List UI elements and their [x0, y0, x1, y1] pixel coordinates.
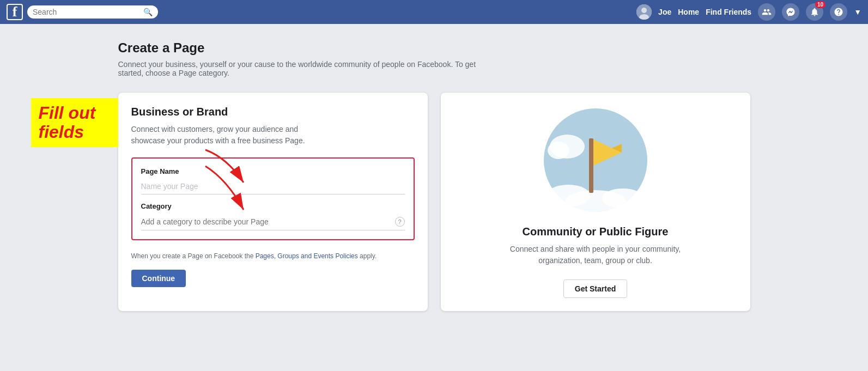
search-icon: 🔍	[143, 8, 153, 16]
page-name-group: Page Name	[141, 167, 405, 194]
annotation-text: Fill out fields	[39, 103, 96, 142]
navbar-right: Joe Home Find Friends 10 ▼	[636, 3, 861, 21]
cards-row: Fill out fields Business or Brand Connec…	[118, 93, 750, 311]
svg-point-1	[641, 8, 647, 13]
business-card-desc: Connect with customers, grow your audien…	[131, 124, 327, 147]
find-friends-link[interactable]: Find Friends	[706, 8, 751, 16]
community-card-desc: Connect and share with people in your co…	[508, 244, 683, 266]
page-content: Create a Page Connect your business, you…	[107, 24, 761, 327]
page-subtitle: Connect your business, yourself or your …	[118, 60, 500, 77]
svg-point-8	[566, 190, 626, 212]
category-input[interactable]	[141, 217, 395, 226]
policy-text: When you create a Page on Facebook the P…	[131, 251, 415, 261]
username-label[interactable]: Joe	[658, 8, 671, 16]
annotation-box: Fill out fields	[31, 98, 118, 147]
category-group: Category ?	[141, 202, 405, 230]
category-wrap: ?	[141, 214, 405, 230]
help-icon-btn[interactable]	[830, 3, 847, 21]
notification-badge: 10	[815, 1, 825, 8]
policy-text-2: apply.	[358, 252, 377, 260]
notifications-icon-btn[interactable]: 10	[806, 3, 823, 21]
form-section: Page Name Category ?	[131, 157, 415, 240]
svg-rect-9	[589, 138, 593, 193]
policy-link[interactable]: Pages, Groups and Events Policies	[256, 252, 358, 260]
community-card: Community or Public Figure Connect and s…	[441, 93, 750, 311]
avatar[interactable]	[636, 4, 652, 20]
page-title: Create a Page	[118, 40, 750, 56]
svg-point-13	[548, 142, 569, 159]
search-input[interactable]	[33, 8, 140, 16]
friends-icon-btn[interactable]	[758, 3, 775, 21]
get-started-button[interactable]: Get Started	[563, 279, 627, 298]
category-label: Category	[141, 202, 405, 210]
business-card-title: Business or Brand	[131, 106, 415, 118]
policy-text-1: When you create a Page on Facebook the	[131, 252, 256, 260]
home-link[interactable]: Home	[678, 8, 699, 16]
continue-button[interactable]: Continue	[131, 270, 186, 287]
page-name-input[interactable]	[141, 179, 405, 194]
community-illustration	[541, 106, 650, 215]
page-name-label: Page Name	[141, 167, 405, 175]
facebook-logo[interactable]: f	[7, 4, 23, 20]
dropdown-icon-btn[interactable]: ▼	[854, 8, 861, 16]
navbar: f 🔍 Joe Home Find Friends 10 ▼	[0, 0, 868, 24]
search-bar: 🔍	[27, 5, 158, 19]
messenger-icon-btn[interactable]	[782, 3, 799, 21]
category-help-icon[interactable]: ?	[395, 217, 405, 227]
business-card: Business or Brand Connect with customers…	[118, 93, 428, 311]
community-card-title: Community or Public Figure	[523, 226, 669, 238]
